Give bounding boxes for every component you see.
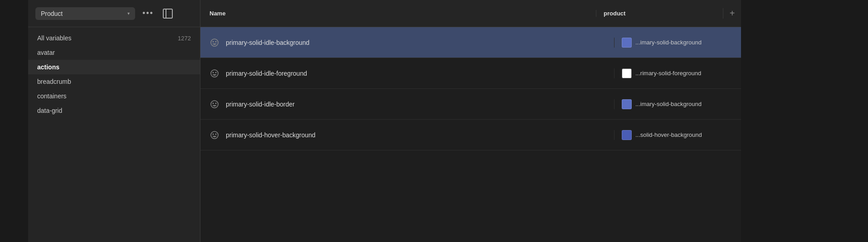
sidebar-list: All variables 1272 avatar actions breadc…	[28, 27, 200, 242]
svg-point-16	[215, 133, 217, 135]
panel-toggle-button[interactable]	[161, 7, 175, 20]
svg-point-3	[213, 41, 214, 42]
svg-point-15	[213, 133, 214, 135]
sidebar-item-data-grid[interactable]: data-grid	[28, 103, 200, 118]
sidebar-item-label: actions	[37, 63, 59, 71]
sidebar-header: Product ▾ •••	[28, 0, 200, 27]
color-swatch	[622, 38, 632, 48]
sidebar-item-all-variables[interactable]: All variables 1272	[28, 31, 200, 45]
sidebar-item-label: avatar	[37, 49, 55, 56]
chevron-down-icon: ▾	[127, 11, 130, 16]
svg-point-12	[215, 102, 217, 104]
table-row[interactable]: primary-solid-idle-border ...imary-solid…	[200, 89, 741, 120]
main-panel: Product ▾ ••• All variables 1272 avatar	[28, 0, 868, 242]
sidebar-item-label: breadcrumb	[37, 78, 71, 85]
value-text: ...solid-hover-background	[635, 131, 702, 138]
row-name-cell: primary-solid-hover-background	[200, 130, 614, 140]
table-header: Name product +	[200, 0, 741, 27]
svg-point-10	[211, 101, 218, 108]
table-row[interactable]: primary-solid-idle-background ...imary-s…	[200, 27, 741, 58]
variable-name: primary-solid-hover-background	[226, 131, 316, 139]
sidebar-item-label: All variables	[37, 34, 71, 42]
product-dropdown[interactable]: Product ▾	[35, 7, 135, 20]
left-navigation-strip	[0, 0, 28, 242]
sidebar-item-actions[interactable]: actions	[28, 60, 200, 74]
column-header-value: product	[596, 10, 723, 17]
more-options-button[interactable]: •••	[140, 7, 156, 20]
svg-rect-0	[163, 9, 172, 18]
row-name-cell: primary-solid-idle-border	[200, 99, 614, 109]
row-name-cell: primary-solid-idle-background	[200, 38, 614, 48]
table-body: primary-solid-idle-background ...imary-s…	[200, 27, 741, 242]
value-text: ...imary-solid-background	[635, 101, 702, 107]
row-value-cell[interactable]: ...solid-hover-background	[614, 130, 741, 140]
color-swatch	[622, 68, 632, 78]
panel-layout-icon	[163, 9, 173, 19]
color-palette-icon	[210, 99, 219, 109]
svg-point-14	[211, 131, 218, 139]
row-value-cell[interactable]: ...imary-solid-background	[614, 99, 741, 109]
color-swatch	[622, 130, 632, 140]
sidebar-item-label: data-grid	[37, 107, 62, 114]
product-dropdown-label: Product	[41, 10, 63, 17]
color-palette-icon	[210, 38, 219, 48]
sidebar-item-count: 1272	[178, 35, 191, 42]
row-name-cell: primary-solid-idle-foreground	[200, 68, 614, 78]
variable-name: primary-solid-idle-background	[226, 39, 309, 46]
svg-point-11	[213, 102, 214, 104]
add-column-button[interactable]: +	[723, 8, 741, 19]
sidebar: Product ▾ ••• All variables 1272 avatar	[28, 0, 200, 242]
sidebar-item-avatar[interactable]: avatar	[28, 45, 200, 60]
sidebar-item-breadcrumb[interactable]: breadcrumb	[28, 74, 200, 89]
content-area: Name product +	[200, 0, 741, 242]
svg-point-7	[213, 72, 214, 73]
value-text: ...imary-solid-background	[635, 39, 702, 46]
column-header-name: Name	[200, 10, 596, 17]
table-row[interactable]: primary-solid-hover-background ...solid-…	[200, 120, 741, 150]
sidebar-item-label: containers	[37, 92, 67, 100]
variable-name: primary-solid-idle-foreground	[226, 70, 307, 77]
table-row[interactable]: primary-solid-idle-foreground ...rimary-…	[200, 58, 741, 89]
color-palette-icon	[210, 68, 219, 78]
svg-point-6	[211, 70, 218, 77]
row-value-cell[interactable]: ...imary-solid-background	[614, 38, 741, 48]
svg-point-2	[211, 39, 218, 46]
value-text: ...rimary-solid-foreground	[635, 70, 701, 77]
svg-point-8	[215, 72, 217, 73]
svg-point-4	[215, 41, 217, 42]
sidebar-item-containers[interactable]: containers	[28, 89, 200, 103]
row-value-cell[interactable]: ...rimary-solid-foreground	[614, 68, 741, 78]
right-panel	[741, 0, 868, 242]
color-palette-icon	[210, 130, 219, 140]
color-swatch	[622, 99, 632, 109]
variable-name: primary-solid-idle-border	[226, 101, 295, 108]
